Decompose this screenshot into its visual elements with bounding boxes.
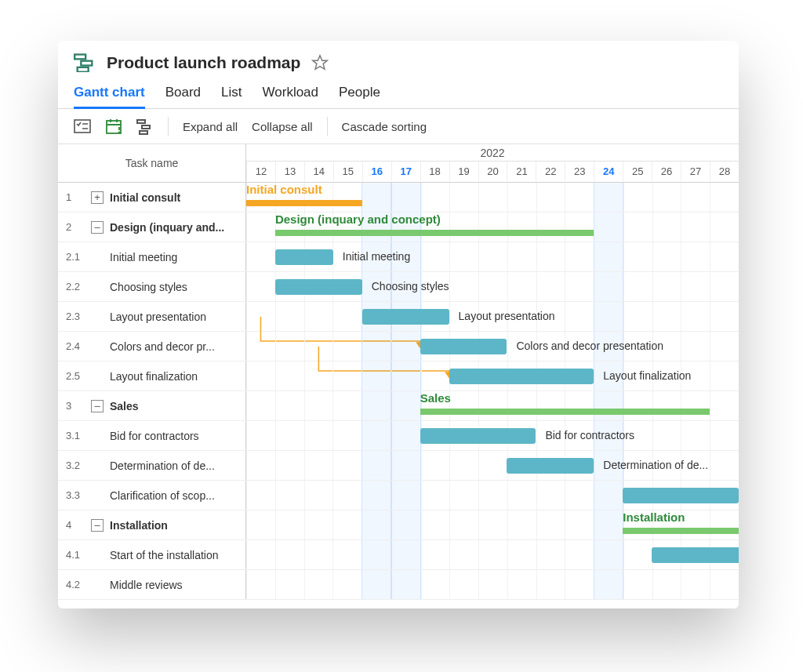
date-cell: 27 — [681, 162, 710, 181]
task-bar[interactable]: Colors and decor presentation — [420, 339, 507, 354]
task-name[interactable]: Bid for contractors — [110, 430, 199, 442]
star-icon[interactable] — [311, 54, 329, 71]
tab-gantt-chart[interactable]: Gantt chart — [74, 80, 145, 108]
row-number: 2.3 — [66, 311, 85, 322]
task-name[interactable]: Start of the installation — [110, 549, 219, 561]
collapse-all-button[interactable]: Collapse all — [252, 120, 313, 133]
task-bar[interactable]: Layout finalization — [449, 369, 594, 384]
roadmap-app-icon — [74, 53, 96, 72]
task-bar-label: Colors and decor presentation — [516, 340, 663, 352]
date-cell: 18 — [420, 162, 449, 181]
phase-label: Sales — [420, 391, 451, 405]
date-cell: 25 — [623, 162, 652, 181]
task-bar[interactable] — [652, 547, 739, 563]
task-name[interactable]: Choosing styles — [110, 281, 187, 293]
date-cell: 26 — [652, 162, 681, 181]
svg-point-12 — [119, 133, 120, 133]
row-number: 3.2 — [66, 460, 85, 471]
row-number: 2.2 — [66, 281, 85, 292]
task-bar[interactable]: Determination of de... — [507, 458, 594, 474]
task-bar[interactable]: Layout presentation — [362, 309, 449, 325]
date-cell: 19 — [449, 162, 478, 181]
date-cell: 15 — [333, 162, 362, 181]
task-name[interactable]: Determination of de... — [110, 460, 215, 472]
task-bar[interactable] — [623, 488, 739, 503]
phase-label: Design (inquary and concept) — [275, 212, 441, 226]
task-name[interactable]: Colors and decor pr... — [110, 340, 215, 353]
task-name[interactable]: Middle reviews — [110, 579, 183, 591]
date-cell: 14 — [304, 162, 333, 181]
task-bar-label: Layout finalization — [603, 369, 691, 382]
date-cell: 28 — [710, 162, 739, 181]
row-number: 1 — [66, 191, 85, 203]
task-name[interactable]: Layout finalization — [110, 370, 198, 383]
date-cell: 20 — [478, 162, 507, 181]
task-name[interactable]: Design (inquary and... — [110, 221, 224, 234]
task-bar[interactable]: Initial meeting — [275, 249, 333, 265]
task-name[interactable]: Layout presentation — [110, 311, 206, 323]
row-number: 3 — [66, 400, 85, 412]
task-name[interactable]: Sales — [110, 400, 139, 412]
year-label: 2022 — [246, 144, 739, 162]
phase-bar[interactable] — [420, 409, 710, 415]
svg-rect-4 — [74, 120, 90, 133]
tab-board[interactable]: Board — [165, 80, 201, 108]
phase-bar[interactable] — [246, 200, 362, 206]
tab-list[interactable]: List — [221, 80, 242, 108]
date-cell: 12 — [246, 162, 275, 181]
row-number: 3.1 — [66, 430, 85, 441]
collapse-icon[interactable]: – — [91, 519, 104, 532]
phase-bar[interactable] — [623, 528, 739, 534]
date-cell: 24 — [594, 162, 623, 181]
task-bar-label: Initial meeting — [343, 250, 410, 263]
gantt-icon[interactable] — [136, 118, 154, 135]
row-number: 2 — [66, 221, 85, 233]
date-cell: 17 — [391, 162, 420, 181]
task-name[interactable]: Clarification of scop... — [110, 489, 215, 502]
svg-rect-2 — [78, 67, 89, 72]
task-name[interactable]: Installation — [110, 519, 168, 532]
tab-people[interactable]: People — [339, 80, 380, 108]
row-number: 3.3 — [66, 489, 85, 501]
date-cell: 23 — [565, 162, 594, 181]
date-cell: 21 — [507, 162, 536, 181]
task-bar-label: Determination of de... — [603, 459, 708, 471]
expand-all-button[interactable]: Expand all — [183, 120, 238, 133]
task-bar-label: Bid for contractors — [545, 429, 634, 441]
phase-label: Installation — [623, 510, 685, 524]
task-bar-label: Choosing styles — [372, 280, 449, 292]
task-bar-label: Layout presentation — [459, 310, 555, 322]
date-cell: 16 — [362, 162, 391, 181]
row-number: 4.2 — [66, 579, 85, 590]
toolbar: Expand all Collapse all Cascade sorting — [58, 109, 739, 144]
svg-rect-0 — [74, 55, 85, 60]
svg-rect-13 — [137, 120, 145, 123]
tab-workload[interactable]: Workload — [263, 80, 319, 108]
view-tabs: Gantt chartBoardListWorkloadPeople — [58, 75, 739, 109]
phase-label: Initial consult — [246, 183, 322, 196]
expand-icon[interactable]: + — [91, 191, 104, 204]
row-number: 2.4 — [66, 340, 85, 352]
checklist-icon[interactable] — [74, 118, 91, 135]
svg-rect-14 — [142, 125, 150, 129]
date-cell: 13 — [275, 162, 304, 181]
collapse-icon[interactable]: – — [91, 400, 104, 412]
cascade-sorting-button[interactable]: Cascade sorting — [342, 120, 427, 133]
row-number: 2.1 — [66, 251, 85, 263]
row-number: 2.5 — [66, 370, 85, 382]
calendar-alert-icon[interactable] — [105, 118, 122, 135]
task-name[interactable]: Initial consult — [110, 191, 180, 204]
task-name[interactable]: Initial meeting — [110, 251, 177, 263]
row-number: 4 — [66, 519, 85, 531]
page-title: Product launch roadmap — [107, 53, 300, 72]
date-cell: 22 — [536, 162, 565, 181]
task-name-header: Task name — [58, 144, 246, 182]
collapse-icon[interactable]: – — [91, 221, 104, 234]
svg-rect-1 — [81, 61, 92, 66]
task-bar[interactable]: Bid for contractors — [420, 428, 536, 444]
row-number: 4.1 — [66, 549, 85, 561]
phase-bar[interactable] — [275, 230, 594, 236]
svg-marker-3 — [313, 56, 327, 69]
task-bar[interactable]: Choosing styles — [275, 279, 362, 295]
svg-rect-15 — [140, 131, 147, 134]
